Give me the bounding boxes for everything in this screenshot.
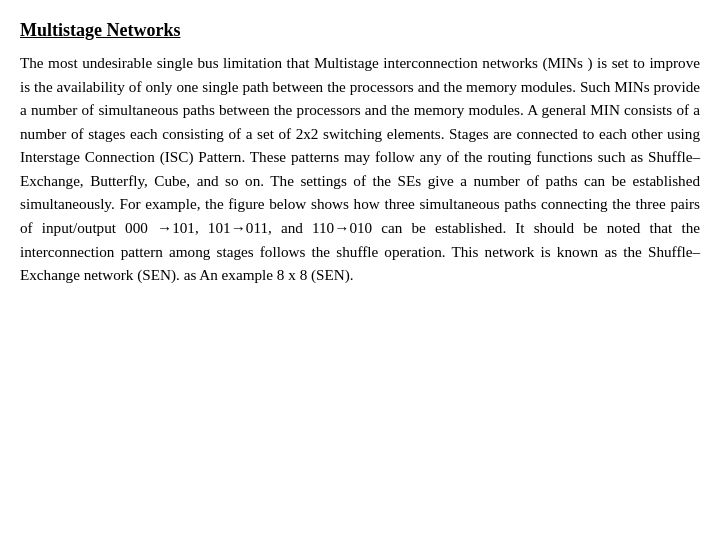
- body-text: The most undesirable single bus limitati…: [20, 51, 700, 287]
- page-title: Multistage Networks: [20, 20, 700, 51]
- page-container: Multistage Networks The most undesirable…: [0, 0, 720, 540]
